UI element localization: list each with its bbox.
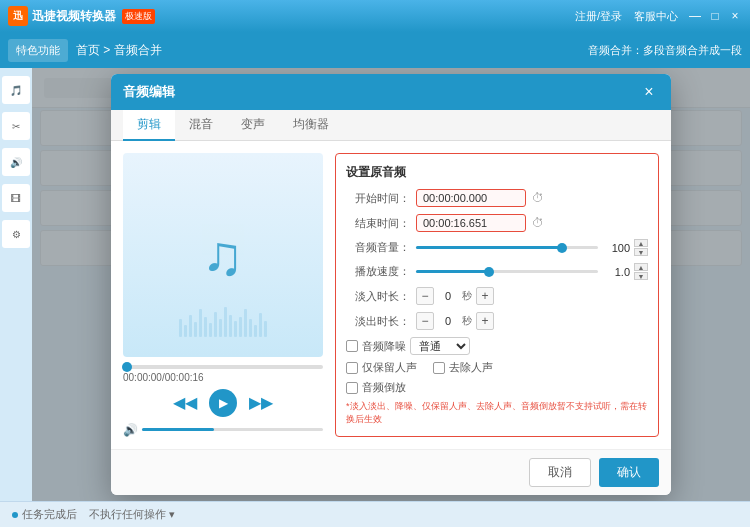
app-window: 迅 迅捷视频转换器 极速版 注册/登录 客服中心 — □ × 特色功能 首页 >… <box>0 0 750 527</box>
tab-equalizer[interactable]: 均衡器 <box>279 110 343 141</box>
dialog-close-button[interactable]: × <box>639 83 659 101</box>
dialog-header: 音频编辑 × <box>111 74 671 110</box>
tab-voice[interactable]: 变声 <box>227 110 279 141</box>
fade-in-value: 0 <box>438 290 458 302</box>
progress-thumb <box>122 362 132 372</box>
time-display: 00:00:00/00:00:16 <box>123 372 323 383</box>
fade-out-label: 淡出时长： <box>346 314 410 329</box>
speed-up-button[interactable]: ▲ <box>634 263 648 271</box>
rewind-button[interactable]: ◀◀ <box>173 393 197 412</box>
fade-out-unit: 秒 <box>462 314 472 328</box>
end-time-input[interactable] <box>416 214 526 232</box>
nav-bar: 特色功能 首页 > 音频合并 音频合并：多段音频合并成一段 <box>0 32 750 68</box>
volume-icon: 🔊 <box>123 423 138 437</box>
volume-value: 100 <box>602 242 630 254</box>
audio-edit-dialog: 音频编辑 × 剪辑 混音 变声 均衡器 <box>111 74 671 494</box>
player-area: ♫ 00:00:00/00:00:16 <box>123 153 323 436</box>
fade-out-minus-button[interactable]: − <box>416 312 434 330</box>
volume-h-slider[interactable] <box>416 246 598 249</box>
volume-up-button[interactable]: ▲ <box>634 239 648 247</box>
app-name: 迅捷视频转换器 <box>32 8 116 25</box>
volume-spin-buttons: ▲ ▼ <box>634 239 648 256</box>
start-time-row: 开始时间： ⏱ <box>346 189 648 207</box>
status-dot <box>12 512 18 518</box>
fade-in-plus-button[interactable]: + <box>476 287 494 305</box>
noise-reduction-checkbox[interactable] <box>346 340 358 352</box>
reverse-row: 音频倒放 <box>346 380 648 395</box>
register-login-link[interactable]: 注册/登录 <box>575 9 622 24</box>
speed-slider-thumb <box>484 267 494 277</box>
fade-out-value: 0 <box>438 315 458 327</box>
fade-in-label: 淡入时长： <box>346 289 410 304</box>
start-time-clock-icon[interactable]: ⏱ <box>532 191 544 205</box>
app-logo: 迅 迅捷视频转换器 极速版 <box>8 6 155 26</box>
customer-service-link[interactable]: 客服中心 <box>634 9 678 24</box>
sidebar-item-3[interactable]: 🔊 <box>2 148 30 176</box>
sidebar-item-1[interactable]: 🎵 <box>2 76 30 104</box>
status-action-select[interactable]: 不执行任何操作 ▾ <box>89 507 175 522</box>
fade-in-unit: 秒 <box>462 289 472 303</box>
volume-slider-thumb <box>557 243 567 253</box>
speed-slider-row: 1.0 ▲ ▼ <box>416 263 648 280</box>
fade-in-minus-button[interactable]: − <box>416 287 434 305</box>
start-time-input[interactable] <box>416 189 526 207</box>
fade-in-controls: − 0 秒 + <box>416 287 494 305</box>
sidebar-item-5[interactable]: ⚙ <box>2 220 30 248</box>
music-note-icon: ♫ <box>202 223 244 288</box>
remove-vocal-label: 去除人声 <box>449 360 493 375</box>
speed-spin-buttons: ▲ ▼ <box>634 263 648 280</box>
main-content: 🎵 ✂ 🔊 🎞 ⚙ <box>0 68 750 501</box>
progress-track[interactable] <box>123 365 323 369</box>
volume-down-button[interactable]: ▼ <box>634 248 648 256</box>
reverse-checkbox[interactable] <box>346 382 358 394</box>
remove-vocal-checkbox[interactable] <box>433 362 445 374</box>
volume-fill <box>142 428 214 431</box>
keep-vocal-checkbox[interactable] <box>346 362 358 374</box>
volume-label: 音频音量： <box>346 240 410 255</box>
end-time-clock-icon[interactable]: ⏱ <box>532 216 544 230</box>
sidebar-item-4[interactable]: 🎞 <box>2 184 30 212</box>
noise-reduction-row: 音频降噪 普通 <box>346 337 648 355</box>
volume-slider[interactable] <box>142 428 323 431</box>
cancel-button[interactable]: 取消 <box>529 458 591 487</box>
sidebar-toggle-button[interactable]: 特色功能 <box>8 39 68 62</box>
tab-mix[interactable]: 混音 <box>175 110 227 141</box>
waveform-display: ♫ <box>123 153 323 356</box>
dialog-footer: 取消 确认 <box>111 449 671 495</box>
forward-button[interactable]: ▶▶ <box>249 393 273 412</box>
speed-down-button[interactable]: ▼ <box>634 272 648 280</box>
tab-clip[interactable]: 剪辑 <box>123 110 175 141</box>
fade-out-plus-button[interactable]: + <box>476 312 494 330</box>
noise-level-select[interactable]: 普通 <box>410 337 470 355</box>
keep-vocal-label: 仅保留人声 <box>362 360 417 375</box>
logo-icon: 迅 <box>8 6 28 26</box>
status-item-2[interactable]: 不执行任何操作 ▾ <box>89 507 175 522</box>
sidebar: 🎵 ✂ 🔊 🎞 ⚙ <box>0 68 32 501</box>
status-bar: 任务完成后 不执行任何操作 ▾ <box>0 501 750 527</box>
minimize-button[interactable]: — <box>688 9 702 23</box>
app-badge: 极速版 <box>122 9 155 24</box>
confirm-button[interactable]: 确认 <box>599 458 659 487</box>
volume-area: 🔊 <box>123 423 323 437</box>
fade-out-controls: − 0 秒 + <box>416 312 494 330</box>
status-item-1: 任务完成后 <box>12 507 77 522</box>
content-area: 音频编辑 × 剪辑 混音 变声 均衡器 <box>32 68 750 501</box>
maximize-button[interactable]: □ <box>708 9 722 23</box>
settings-title: 设置原音频 <box>346 164 648 181</box>
speed-h-slider[interactable] <box>416 270 598 273</box>
volume-slider-row: 100 ▲ ▼ <box>416 239 648 256</box>
title-bar: 迅 迅捷视频转换器 极速版 注册/登录 客服中心 — □ × <box>0 0 750 32</box>
player-controls: ◀◀ ▶ ▶▶ <box>123 389 323 417</box>
breadcrumb: 首页 > 音频合并 <box>76 42 162 59</box>
speed-value: 1.0 <box>602 266 630 278</box>
app-close-button[interactable]: × <box>728 9 742 23</box>
volume-row: 音频音量： 100 ▲ ▼ <box>346 239 648 256</box>
vocal-row: 仅保留人声 去除人声 <box>346 360 648 375</box>
play-button[interactable]: ▶ <box>209 389 237 417</box>
sidebar-item-2[interactable]: ✂ <box>2 112 30 140</box>
dialog-title: 音频编辑 <box>123 83 639 101</box>
waveform-bars <box>123 307 323 337</box>
dialog-tabs: 剪辑 混音 变声 均衡器 <box>111 110 671 141</box>
speed-slider-fill <box>416 270 489 273</box>
start-time-label: 开始时间： <box>346 191 410 206</box>
